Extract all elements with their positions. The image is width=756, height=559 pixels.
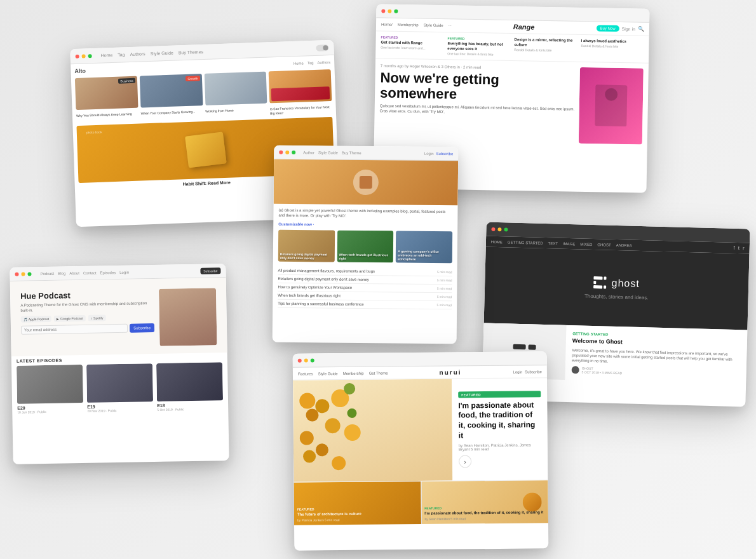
nuru-tile-1-overlay: FEATURED The future of architecture is c…	[294, 482, 421, 525]
range-logo: Range	[513, 23, 535, 31]
close-dot	[491, 227, 495, 231]
alto-nav-tag[interactable]: Tag	[118, 52, 125, 57]
range-feat-4: I always loved aesthetics Randal Details…	[581, 39, 644, 58]
close-dot	[381, 9, 385, 13]
alto-img-2: Growth	[140, 74, 203, 107]
podcast-episodes: E20 10 Jun 2019 · Public E19 20 Nov 2019…	[11, 362, 228, 419]
nuru-tile-1[interactable]: FEATURED The future of architecture is c…	[294, 482, 421, 525]
ghost-light-actions: Login Subscribe	[424, 151, 453, 155]
podcast-title: Hue Podcast	[20, 289, 154, 301]
nuru-fruit-bg	[293, 379, 452, 482]
nuru-bottom-tiles: FEATURED The future of architecture is c…	[294, 480, 548, 525]
podcast-ep2-meta: 20 Nov 2019 · Public	[87, 408, 153, 413]
alto-nav-style[interactable]: Style Guide	[151, 51, 173, 56]
nuru-tile-2-author: by Sean Hamilton 5 min read	[424, 516, 545, 521]
nuru-tile-1-tag: FEATURED	[297, 506, 418, 511]
ghost-author: GHOST 5 OCT 2018 • 3 MINS READ	[572, 366, 740, 378]
screenshot-container: Home Tag Authors Style Guide Buy Themes …	[0, 0, 756, 559]
ghost-light-list-meta-5: 5 min read	[437, 303, 452, 307]
range-hero-text: 7 months ago by Roger Wilcoxon & 3 Other…	[379, 64, 580, 143]
range-subscribe-btn[interactable]: Buy Now	[596, 25, 619, 32]
range-feat-4-meta: Randal Details & fonts bite	[581, 44, 644, 49]
alto-nav-buy[interactable]: Buy Themes	[179, 50, 203, 55]
ghost-light-list-text-3: How to genuinely Optimize Your Workspace	[278, 285, 352, 290]
alto-book	[185, 132, 227, 168]
minimize-dot	[82, 54, 86, 58]
range-feat-2-label: FEATURED	[448, 36, 511, 41]
ghost-dark-hero: ghost Thoughts, stories and ideas.	[484, 247, 750, 330]
alto-badge-2: Growth	[186, 76, 199, 81]
alto-cap-2: When Your Company Starts Growing...	[140, 109, 203, 119]
ghost-light-thumb-2[interactable]: When tech brands get illustrious right	[337, 230, 393, 262]
range-hero-text-body: Quisque sed vestibulum mi, ut pellentesq…	[380, 103, 579, 117]
podcast-nav-actions: Subscribe	[200, 267, 220, 274]
range-feat-1-label: FEATURED	[381, 35, 444, 40]
ghost-light-list-text-2: Retailers going digital payment only don…	[278, 277, 369, 281]
ghost-logo: ghost	[593, 276, 640, 290]
podcast-episode-3[interactable]: E18 5 Oct 2019 · Public	[156, 362, 223, 412]
ghost-light-read-more[interactable]: Customizable now ·	[273, 222, 457, 228]
podcast-ep1-meta: 10 Jun 2019 · Public	[17, 409, 83, 414]
ghost-dark-nav-items: HOME GETTING STARTED TEXT IMAGE MIXED GH…	[491, 239, 632, 247]
ghost-article-text: Welcome, it's great to have you here. We…	[572, 347, 741, 368]
podcast-subscribe-btn[interactable]: Subscribe	[130, 323, 154, 333]
range-feat-2-meta: One last line: Details & fonts bite	[447, 51, 510, 57]
ghost-light-body: (a) Ghost is a simple yet powerful Ghost…	[273, 204, 457, 224]
nuru-tile-2-title: I'm passionate about food, the tradition…	[424, 510, 545, 516]
podcast-badge-spotify[interactable]: ♪ Spotify	[88, 314, 105, 321]
card-podcast: Podcast Blog About Contact Episodes Logi…	[10, 264, 229, 464]
nuru-hero-img	[293, 379, 452, 482]
podcast-episode-1[interactable]: E20 10 Jun 2019 · Public	[17, 365, 83, 414]
nuru-logo: nurui	[439, 368, 461, 375]
close-dot	[279, 150, 283, 154]
range-feat-3: Design is a mirror, reflecting the cultu…	[514, 37, 577, 57]
alto-cap-3: Working from Home	[205, 107, 267, 118]
minimize-dot	[21, 272, 25, 276]
nuru-arrow-btn[interactable]: ›	[459, 455, 471, 468]
alto-nav-authors[interactable]: Authors	[130, 51, 145, 57]
alto-badge-1: Business	[118, 78, 135, 84]
ghost-light-thumb-1[interactable]: Retailers going digital payment only don…	[278, 230, 335, 262]
nuru-nav-right: Login Subscribe	[513, 370, 541, 374]
podcast-badge-google[interactable]: ▶ Google Podcast	[54, 315, 86, 322]
expand-dot	[504, 227, 508, 231]
podcast-badges: 🎵 Apple Podcast ▶ Google Podcast ♪ Spoti…	[21, 314, 154, 323]
podcast-hero-text: Hue Podcast A Podcasting Theme for the G…	[20, 289, 155, 349]
range-hero-title: Now we're getting somewhere	[380, 70, 580, 104]
ghost-dark-social: f t r	[734, 245, 745, 251]
podcast-nav-bar: Podcast Blog About Contact Episodes Logi…	[40, 270, 129, 275]
expand-dot	[88, 54, 92, 58]
nuru-tile-1-title: The future of architecture is culture	[297, 511, 418, 517]
ghost-article-preview: GETTING STARTED Welcome to Ghost Welcome…	[565, 325, 747, 384]
range-nav-home[interactable]: Home/	[381, 22, 393, 26]
close-dot	[298, 358, 302, 362]
alto-nav-home[interactable]: Home	[100, 53, 112, 58]
nuru-hero: FEATURED I'm passionate about food, the …	[293, 378, 548, 482]
nuru-tile-2[interactable]: FEATURED I'm passionate about food, the …	[421, 480, 548, 524]
alto-nav: Home Tag Authors Style Guide Buy Themes	[100, 50, 203, 58]
ghost-light-list-meta-3: 5 min read	[437, 286, 452, 290]
nuru-tile-2-overlay: FEATURED I'm passionate about food, the …	[421, 480, 548, 524]
ghost-light-thumb-1-label: Retailers going digital payment only don…	[280, 252, 333, 260]
podcast-badge-apple[interactable]: 🎵 Apple Podcast	[21, 316, 51, 323]
card-nuru: Features Style Guide Membership Get Them…	[293, 351, 549, 550]
ghost-light-list: All product management flavours, require…	[273, 267, 457, 310]
ghost-light-hero-img	[274, 159, 459, 206]
ghost-light-list-item-5[interactable]: Tips for planning a successful business …	[278, 300, 452, 309]
podcast-episode-2[interactable]: E19 20 Nov 2019 · Public	[86, 363, 153, 413]
podcast-email-input[interactable]	[21, 324, 128, 335]
minimize-dot	[285, 150, 289, 154]
range-nav-membership[interactable]: Membership	[398, 23, 419, 27]
range-nav-more[interactable]: ···	[449, 24, 452, 27]
range-nav-style[interactable]: Style Guide	[424, 24, 443, 28]
ghost-light-thumb-3[interactable]: A gaming company's office embraces an od…	[396, 231, 452, 263]
nuru-hero-title: I'm passionate about food, the tradition…	[458, 400, 541, 441]
expand-dot	[394, 9, 398, 13]
ghost-light-list-meta-1: 5 min read	[437, 270, 452, 274]
alto-cap-1: Why You Should Always Keep Learning	[76, 112, 138, 122]
alto-img-1: Business	[75, 76, 138, 110]
nuru-hero-author: by Sean Hamilton, Patricia Jenkins, Jame…	[459, 443, 541, 452]
nuru-hero-text: FEATURED I'm passionate about food, the …	[452, 378, 548, 480]
expand-dot	[311, 358, 314, 362]
minimize-dot	[388, 9, 391, 13]
